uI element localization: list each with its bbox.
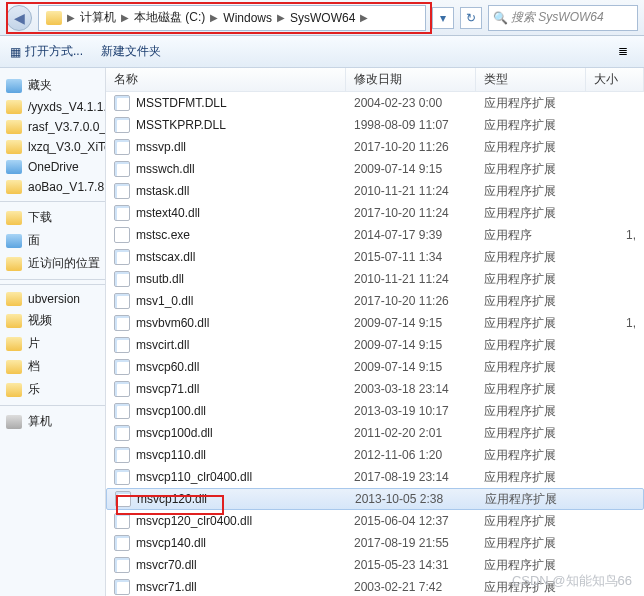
sidebar-item[interactable]: 乐 xyxy=(0,378,105,401)
table-row[interactable]: MSSTDFMT.DLL2004-02-23 0:00应用程序扩展 xyxy=(106,92,644,114)
table-row[interactable]: msvcirt.dll2009-07-14 9:15应用程序扩展 xyxy=(106,334,644,356)
table-row[interactable]: msvcp110_clr0400.dll2017-08-19 23:14应用程序… xyxy=(106,466,644,488)
dll-icon xyxy=(114,557,130,573)
file-size: 1, xyxy=(586,316,644,330)
sidebar-item[interactable]: 片 xyxy=(0,332,105,355)
dropdown-button[interactable]: ▾ xyxy=(432,7,454,29)
breadcrumb-item[interactable]: SysWOW64 xyxy=(287,11,358,25)
sidebar-item-label: 近访问的位置 xyxy=(28,255,100,272)
watermark: CSDN @知能知鸟66 xyxy=(512,572,632,590)
file-type: 应用程序扩展 xyxy=(476,359,586,376)
column-name[interactable]: 名称 xyxy=(106,68,346,91)
folder-icon xyxy=(6,360,22,374)
table-row[interactable]: mstscax.dll2015-07-11 1:34应用程序扩展 xyxy=(106,246,644,268)
file-type: 应用程序扩展 xyxy=(476,139,586,156)
address-bar: ◀ ▶ 计算机 ▶ 本地磁盘 (C:) ▶ Windows ▶ SysWOW64… xyxy=(0,0,644,36)
table-row[interactable]: mstask.dll2010-11-21 11:24应用程序扩展 xyxy=(106,180,644,202)
table-row[interactable]: msvcp71.dll2003-03-18 23:14应用程序扩展 xyxy=(106,378,644,400)
file-name: mstask.dll xyxy=(136,184,189,198)
column-size[interactable]: 大小 xyxy=(586,68,644,91)
folder-icon xyxy=(6,337,22,351)
search-input[interactable]: 🔍 搜索 SysWOW64 xyxy=(488,5,638,31)
dll-icon xyxy=(114,535,130,551)
dll-icon xyxy=(114,183,130,199)
breadcrumb-item[interactable]: 计算机 xyxy=(77,9,119,26)
sidebar-item[interactable]: 档 xyxy=(0,355,105,378)
file-name: msvcp110_clr0400.dll xyxy=(136,470,252,484)
sidebar-item[interactable]: /yyxds_V4.1.1. xyxy=(0,97,105,117)
table-row[interactable]: msvcp120_clr0400.dll2015-06-04 12:37应用程序… xyxy=(106,510,644,532)
table-row[interactable]: msvcp100d.dll2011-02-20 2:01应用程序扩展 xyxy=(106,422,644,444)
dll-icon xyxy=(114,249,130,265)
folder-icon xyxy=(6,292,22,306)
column-type[interactable]: 类型 xyxy=(476,68,586,91)
table-row[interactable]: mssvp.dll2017-10-20 11:26应用程序扩展 xyxy=(106,136,644,158)
sidebar-item[interactable]: lxzq_V3.0_XiTo xyxy=(0,137,105,157)
file-name: msvcp140.dll xyxy=(136,536,206,550)
chevron-right-icon: ▶ xyxy=(65,12,77,23)
table-row[interactable]: msv1_0.dll2017-10-20 11:26应用程序扩展 xyxy=(106,290,644,312)
nav-back-button[interactable]: ◀ xyxy=(6,5,32,31)
file-type: 应用程序扩展 xyxy=(476,337,586,354)
file-type: 应用程序扩展 xyxy=(476,249,586,266)
sidebar-item[interactable]: rasf_V3.7.0.0_X xyxy=(0,117,105,137)
sidebar-item[interactable]: 算机 xyxy=(0,410,105,433)
sidebar-item-label: OneDrive xyxy=(28,160,79,174)
file-name: msvcp100d.dll xyxy=(136,426,213,440)
file-name: msvcp120_clr0400.dll xyxy=(136,514,252,528)
table-row[interactable]: msvcp60.dll2009-07-14 9:15应用程序扩展 xyxy=(106,356,644,378)
column-date[interactable]: 修改日期 xyxy=(346,68,476,91)
folder-icon xyxy=(6,160,22,174)
sidebar-item[interactable]: 视频 xyxy=(0,309,105,332)
open-with-button[interactable]: ▦ 打开方式... xyxy=(10,43,83,60)
chevron-right-icon: ▶ xyxy=(358,12,370,23)
file-list: 名称 修改日期 类型 大小 MSSTDFMT.DLL2004-02-23 0:0… xyxy=(106,68,644,596)
sidebar-item[interactable]: aoBao_V1.7.8. xyxy=(0,177,105,197)
search-icon: 🔍 xyxy=(493,11,507,25)
refresh-button[interactable]: ↻ xyxy=(460,7,482,29)
file-name: msswch.dll xyxy=(136,162,195,176)
table-row[interactable]: msvcp100.dll2013-03-19 10:17应用程序扩展 xyxy=(106,400,644,422)
sidebar-item[interactable]: ubversion xyxy=(0,289,105,309)
new-folder-button[interactable]: 新建文件夹 xyxy=(101,43,161,60)
sidebar-item-label: /yyxds_V4.1.1. xyxy=(28,100,106,114)
breadcrumb-item[interactable]: Windows xyxy=(220,11,275,25)
table-row[interactable]: msvbvm60.dll2009-07-14 9:15应用程序扩展1, xyxy=(106,312,644,334)
table-row[interactable]: mstsc.exe2014-07-17 9:39应用程序1, xyxy=(106,224,644,246)
table-row[interactable]: msvcp120.dll2013-10-05 2:38应用程序扩展 xyxy=(106,488,644,510)
file-date: 1998-08-09 11:07 xyxy=(346,118,476,132)
file-type: 应用程序扩展 xyxy=(476,117,586,134)
folder-icon xyxy=(6,100,22,114)
sidebar-item[interactable]: 面 xyxy=(0,229,105,252)
sidebar-item[interactable]: 近访问的位置 xyxy=(0,252,105,275)
sidebar-item[interactable]: OneDrive xyxy=(0,157,105,177)
file-date: 2010-11-21 11:24 xyxy=(346,272,476,286)
file-date: 2017-10-20 11:26 xyxy=(346,140,476,154)
folder-icon xyxy=(6,120,22,134)
dll-icon xyxy=(114,117,130,133)
file-date: 2015-05-23 14:31 xyxy=(346,558,476,572)
sidebar-item[interactable]: 下载 xyxy=(0,206,105,229)
sidebar-item-label: rasf_V3.7.0.0_X xyxy=(28,120,106,134)
dll-icon xyxy=(114,381,130,397)
table-row[interactable]: MSSTKPRP.DLL1998-08-09 11:07应用程序扩展 xyxy=(106,114,644,136)
file-name: mssvp.dll xyxy=(136,140,186,154)
table-row[interactable]: msutb.dll2010-11-21 11:24应用程序扩展 xyxy=(106,268,644,290)
table-row[interactable]: msswch.dll2009-07-14 9:15应用程序扩展 xyxy=(106,158,644,180)
file-name: MSSTKPRP.DLL xyxy=(136,118,226,132)
sidebar-item-label: 乐 xyxy=(28,381,40,398)
view-options-icon[interactable]: ≣ xyxy=(618,44,634,60)
file-date: 2003-03-18 23:14 xyxy=(346,382,476,396)
table-row[interactable]: msvcp140.dll2017-08-19 21:55应用程序扩展 xyxy=(106,532,644,554)
file-type: 应用程序扩展 xyxy=(476,425,586,442)
sidebar-item[interactable]: 藏夹 xyxy=(0,74,105,97)
dll-icon xyxy=(114,337,130,353)
file-date: 2004-02-23 0:00 xyxy=(346,96,476,110)
table-row[interactable]: msvcp110.dll2012-11-06 1:20应用程序扩展 xyxy=(106,444,644,466)
file-date: 2010-11-21 11:24 xyxy=(346,184,476,198)
breadcrumb[interactable]: ▶ 计算机 ▶ 本地磁盘 (C:) ▶ Windows ▶ SysWOW64 ▶ xyxy=(38,5,426,31)
sidebar-item-label: aoBao_V1.7.8. xyxy=(28,180,106,194)
table-row[interactable]: mstext40.dll2017-10-20 11:24应用程序扩展 xyxy=(106,202,644,224)
breadcrumb-item[interactable]: 本地磁盘 (C:) xyxy=(131,9,208,26)
sidebar-item-label: 片 xyxy=(28,335,40,352)
